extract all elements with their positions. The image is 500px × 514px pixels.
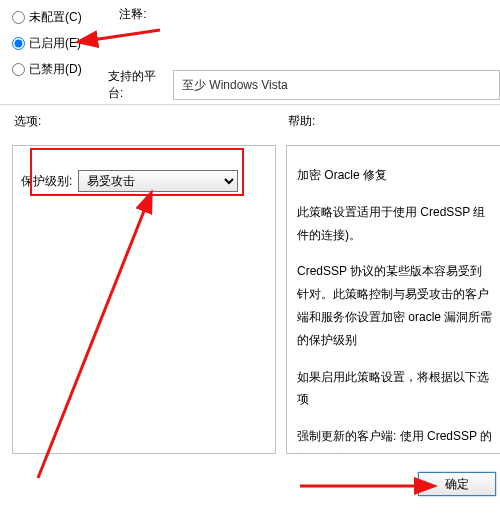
options-header: 选项: (14, 113, 288, 135)
help-header: 帮助: (288, 113, 315, 135)
protection-level-select[interactable]: 易受攻击 (78, 170, 238, 192)
help-p5: 强制更新的客户端: 使用 CredSSP 的客到不安全的版本，使用 CredSS… (297, 425, 494, 454)
dialog-footer: 确定 (0, 464, 500, 504)
radio-enabled[interactable]: 已启用(E) (6, 30, 116, 56)
policy-dialog: 未配置(C) 已启用(E) 已禁用(D) 注释: 支持的平台: 至少 Windo… (0, 0, 500, 514)
help-p3: CredSSP 协议的某些版本容易受到针对。此策略控制与易受攻击的客户端和服务你… (297, 260, 494, 351)
notes-label: 注释: (119, 7, 146, 21)
help-p4: 如果启用此策略设置，将根据以下选项 (297, 366, 494, 412)
panels: 保护级别: 易受攻击 加密 Oracle 修复 此策略设置适用于使用 CredS… (12, 145, 500, 454)
help-p2: 此策略设置适用于使用 CredSSP 组件的连接)。 (297, 201, 494, 247)
radio-disabled-input[interactable] (12, 63, 25, 76)
radio-not-configured[interactable]: 未配置(C) (6, 4, 116, 30)
radio-not-configured-input[interactable] (12, 11, 25, 24)
ok-button[interactable]: 确定 (418, 472, 496, 496)
supported-label: 支持的平台: (108, 68, 167, 102)
help-panel: 加密 Oracle 修复 此策略设置适用于使用 CredSSP 组件的连接)。 … (286, 145, 500, 454)
radio-disabled-label: 已禁用(D) (29, 61, 82, 78)
options-panel: 保护级别: 易受攻击 (12, 145, 276, 454)
radio-enabled-label: 已启用(E) (29, 35, 81, 52)
help-p1: 加密 Oracle 修复 (297, 164, 494, 187)
radio-disabled[interactable]: 已禁用(D) (6, 56, 116, 82)
radio-enabled-input[interactable] (12, 37, 25, 50)
supported-value: 至少 Windows Vista (173, 70, 500, 100)
section-headers: 选项: 帮助: (0, 105, 500, 135)
radio-not-configured-label: 未配置(C) (29, 9, 82, 26)
protection-level-label: 保护级别: (21, 173, 72, 190)
state-section: 未配置(C) 已启用(E) 已禁用(D) 注释: 支持的平台: 至少 Windo… (0, 0, 500, 105)
